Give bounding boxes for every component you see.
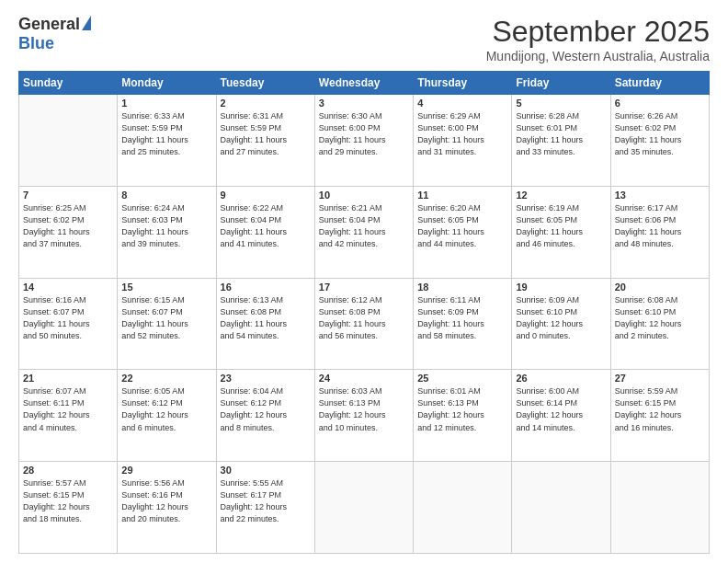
month-title: September 2025 xyxy=(486,15,710,49)
day-number: 20 xyxy=(615,282,705,293)
calendar-cell: 21Sunrise: 6:07 AM Sunset: 6:11 PM Dayli… xyxy=(19,370,118,462)
header: General Blue September 2025 Mundijong, W… xyxy=(18,15,710,63)
day-number: 7 xyxy=(23,190,113,201)
day-info: Sunrise: 6:13 AM Sunset: 6:08 PM Dayligh… xyxy=(221,294,311,342)
calendar-week-1: 1Sunrise: 6:33 AM Sunset: 5:59 PM Daylig… xyxy=(19,95,710,187)
day-number: 29 xyxy=(121,465,211,476)
day-number: 25 xyxy=(417,373,507,384)
day-number: 5 xyxy=(516,98,606,109)
day-info: Sunrise: 6:16 AM Sunset: 6:07 PM Dayligh… xyxy=(23,294,113,342)
calendar-cell: 13Sunrise: 6:17 AM Sunset: 6:06 PM Dayli… xyxy=(610,186,709,278)
day-info: Sunrise: 6:22 AM Sunset: 6:04 PM Dayligh… xyxy=(221,202,311,250)
day-info: Sunrise: 6:28 AM Sunset: 6:01 PM Dayligh… xyxy=(516,110,606,158)
title-area: September 2025 Mundijong, Western Austra… xyxy=(486,15,710,63)
day-info: Sunrise: 5:57 AM Sunset: 6:15 PM Dayligh… xyxy=(23,477,113,525)
day-info: Sunrise: 6:31 AM Sunset: 5:59 PM Dayligh… xyxy=(221,110,311,158)
calendar-cell: 15Sunrise: 6:15 AM Sunset: 6:07 PM Dayli… xyxy=(118,278,216,370)
calendar-cell: 18Sunrise: 6:11 AM Sunset: 6:09 PM Dayli… xyxy=(414,278,512,370)
calendar-header-saturday: Saturday xyxy=(610,72,709,95)
calendar-cell: 29Sunrise: 5:56 AM Sunset: 6:16 PM Dayli… xyxy=(118,462,216,554)
calendar-cell: 12Sunrise: 6:19 AM Sunset: 6:05 PM Dayli… xyxy=(512,186,610,278)
day-info: Sunrise: 6:26 AM Sunset: 6:02 PM Dayligh… xyxy=(615,110,705,158)
calendar-cell: 8Sunrise: 6:24 AM Sunset: 6:03 PM Daylig… xyxy=(118,186,216,278)
calendar-cell: 20Sunrise: 6:08 AM Sunset: 6:10 PM Dayli… xyxy=(610,278,709,370)
logo-triangle-icon xyxy=(82,16,91,30)
day-info: Sunrise: 6:04 AM Sunset: 6:12 PM Dayligh… xyxy=(221,385,311,433)
calendar-cell: 10Sunrise: 6:21 AM Sunset: 6:04 PM Dayli… xyxy=(314,186,413,278)
calendar-cell: 26Sunrise: 6:00 AM Sunset: 6:14 PM Dayli… xyxy=(512,370,610,462)
day-number: 15 xyxy=(121,282,211,293)
day-info: Sunrise: 6:01 AM Sunset: 6:13 PM Dayligh… xyxy=(417,385,507,433)
calendar-cell xyxy=(610,462,709,554)
calendar-header-tuesday: Tuesday xyxy=(216,72,314,95)
day-info: Sunrise: 6:12 AM Sunset: 6:08 PM Dayligh… xyxy=(319,294,409,342)
day-info: Sunrise: 6:20 AM Sunset: 6:05 PM Dayligh… xyxy=(417,202,507,250)
logo-general-text: General xyxy=(18,15,80,34)
day-info: Sunrise: 6:03 AM Sunset: 6:13 PM Dayligh… xyxy=(319,385,409,433)
day-number: 13 xyxy=(615,190,705,201)
day-number: 30 xyxy=(221,465,311,476)
calendar-cell: 30Sunrise: 5:55 AM Sunset: 6:17 PM Dayli… xyxy=(216,462,314,554)
day-number: 26 xyxy=(516,373,606,384)
day-info: Sunrise: 6:33 AM Sunset: 5:59 PM Dayligh… xyxy=(121,110,211,158)
day-number: 14 xyxy=(23,282,113,293)
calendar-week-3: 14Sunrise: 6:16 AM Sunset: 6:07 PM Dayli… xyxy=(19,278,710,370)
logo: General Blue xyxy=(18,15,91,53)
day-number: 12 xyxy=(516,190,606,201)
calendar-cell: 3Sunrise: 6:30 AM Sunset: 6:00 PM Daylig… xyxy=(314,95,413,187)
calendar-cell: 9Sunrise: 6:22 AM Sunset: 6:04 PM Daylig… xyxy=(216,186,314,278)
day-number: 16 xyxy=(221,282,311,293)
calendar-cell: 22Sunrise: 6:05 AM Sunset: 6:12 PM Dayli… xyxy=(118,370,216,462)
calendar-week-5: 28Sunrise: 5:57 AM Sunset: 6:15 PM Dayli… xyxy=(19,462,710,554)
logo-blue-text: Blue xyxy=(18,34,54,53)
page: General Blue September 2025 Mundijong, W… xyxy=(0,0,728,563)
calendar-cell: 19Sunrise: 6:09 AM Sunset: 6:10 PM Dayli… xyxy=(512,278,610,370)
day-info: Sunrise: 6:08 AM Sunset: 6:10 PM Dayligh… xyxy=(615,294,705,342)
calendar-cell: 16Sunrise: 6:13 AM Sunset: 6:08 PM Dayli… xyxy=(216,278,314,370)
day-number: 24 xyxy=(319,373,409,384)
day-info: Sunrise: 6:11 AM Sunset: 6:09 PM Dayligh… xyxy=(417,294,507,342)
calendar-cell xyxy=(19,95,118,187)
day-info: Sunrise: 6:07 AM Sunset: 6:11 PM Dayligh… xyxy=(23,385,113,433)
day-number: 3 xyxy=(319,98,409,109)
calendar-cell: 23Sunrise: 6:04 AM Sunset: 6:12 PM Dayli… xyxy=(216,370,314,462)
day-info: Sunrise: 6:00 AM Sunset: 6:14 PM Dayligh… xyxy=(516,385,606,433)
calendar-cell: 6Sunrise: 6:26 AM Sunset: 6:02 PM Daylig… xyxy=(610,95,709,187)
day-number: 6 xyxy=(615,98,705,109)
calendar-cell: 1Sunrise: 6:33 AM Sunset: 5:59 PM Daylig… xyxy=(118,95,216,187)
day-number: 19 xyxy=(516,282,606,293)
calendar-cell: 2Sunrise: 6:31 AM Sunset: 5:59 PM Daylig… xyxy=(216,95,314,187)
day-info: Sunrise: 5:55 AM Sunset: 6:17 PM Dayligh… xyxy=(221,477,311,525)
day-number: 22 xyxy=(121,373,211,384)
day-info: Sunrise: 6:19 AM Sunset: 6:05 PM Dayligh… xyxy=(516,202,606,250)
calendar-week-2: 7Sunrise: 6:25 AM Sunset: 6:02 PM Daylig… xyxy=(19,186,710,278)
day-number: 18 xyxy=(417,282,507,293)
day-info: Sunrise: 5:56 AM Sunset: 6:16 PM Dayligh… xyxy=(121,477,211,525)
calendar-cell: 5Sunrise: 6:28 AM Sunset: 6:01 PM Daylig… xyxy=(512,95,610,187)
calendar-header-sunday: Sunday xyxy=(19,72,118,95)
day-number: 8 xyxy=(121,190,211,201)
day-number: 28 xyxy=(23,465,113,476)
day-number: 11 xyxy=(417,190,507,201)
calendar-cell xyxy=(512,462,610,554)
calendar-cell: 27Sunrise: 5:59 AM Sunset: 6:15 PM Dayli… xyxy=(610,370,709,462)
calendar-cell: 7Sunrise: 6:25 AM Sunset: 6:02 PM Daylig… xyxy=(19,186,118,278)
calendar-cell: 17Sunrise: 6:12 AM Sunset: 6:08 PM Dayli… xyxy=(314,278,413,370)
calendar-header-wednesday: Wednesday xyxy=(314,72,413,95)
calendar-cell xyxy=(314,462,413,554)
day-info: Sunrise: 6:05 AM Sunset: 6:12 PM Dayligh… xyxy=(121,385,211,433)
day-info: Sunrise: 6:09 AM Sunset: 6:10 PM Dayligh… xyxy=(516,294,606,342)
day-info: Sunrise: 5:59 AM Sunset: 6:15 PM Dayligh… xyxy=(615,385,705,433)
calendar-cell: 28Sunrise: 5:57 AM Sunset: 6:15 PM Dayli… xyxy=(19,462,118,554)
day-info: Sunrise: 6:24 AM Sunset: 6:03 PM Dayligh… xyxy=(121,202,211,250)
day-info: Sunrise: 6:25 AM Sunset: 6:02 PM Dayligh… xyxy=(23,202,113,250)
calendar-header-monday: Monday xyxy=(118,72,216,95)
calendar-cell xyxy=(414,462,512,554)
calendar-header-friday: Friday xyxy=(512,72,610,95)
calendar-cell: 11Sunrise: 6:20 AM Sunset: 6:05 PM Dayli… xyxy=(414,186,512,278)
calendar-header-thursday: Thursday xyxy=(414,72,512,95)
day-info: Sunrise: 6:30 AM Sunset: 6:00 PM Dayligh… xyxy=(319,110,409,158)
day-number: 17 xyxy=(319,282,409,293)
day-info: Sunrise: 6:21 AM Sunset: 6:04 PM Dayligh… xyxy=(319,202,409,250)
day-info: Sunrise: 6:29 AM Sunset: 6:00 PM Dayligh… xyxy=(417,110,507,158)
